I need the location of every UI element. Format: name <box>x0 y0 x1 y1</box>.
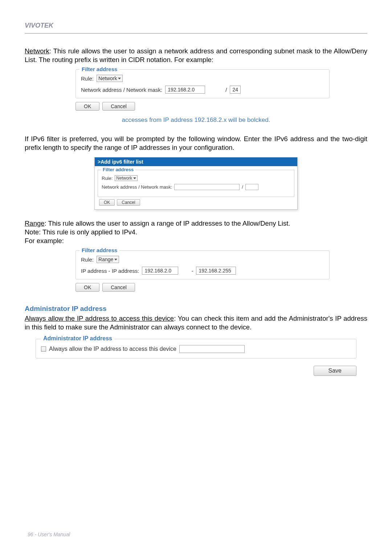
ipv6-cancel-button[interactable]: Cancel <box>117 199 140 206</box>
ipv6-rule-label: Rule: <box>102 176 113 181</box>
network-rest: : This rule allows the user to assign a … <box>25 47 367 63</box>
figure-range-filter: Filter address Rule: Range IP address - … <box>75 250 367 279</box>
ipv6-rule-select[interactable]: Network <box>115 175 138 181</box>
cancel-button[interactable]: Cancel <box>102 102 135 111</box>
ipv6-filter-legend: Filter address <box>101 167 135 172</box>
figure1-caption: accesses from IP address 192.168.2.x wil… <box>25 116 367 124</box>
filter-address-fieldset: Filter address Rule: Network Network add… <box>75 69 330 98</box>
admin-ip-input[interactable] <box>179 345 245 353</box>
always-allow-label: Always allow the IP address to access th… <box>49 346 176 352</box>
chevron-down-icon <box>118 78 121 79</box>
rule-label: Rule: <box>81 75 94 82</box>
admin-ip-legend: Administrator IP address <box>41 335 114 342</box>
ip-range-label: IP address - IP address: <box>81 268 139 274</box>
range-filter-fieldset: Filter address Rule: Range IP address - … <box>75 250 330 279</box>
range-note: Note: This rule is only applied to IPv4. <box>25 228 367 237</box>
ipv6-buttons: OK Cancel <box>99 199 297 206</box>
range-rule-value: Range <box>98 257 113 262</box>
admin-paragraph: Always allow the IP address to access th… <box>25 314 367 332</box>
ipv6-ok-button[interactable]: OK <box>99 199 115 206</box>
slash-separator: / <box>225 87 227 93</box>
admin-ip-fieldset: Administrator IP address Always allow th… <box>36 339 356 358</box>
brand-header: VIVOTEK <box>25 22 367 33</box>
admin-lead: Always allow the IP address to access th… <box>25 315 174 322</box>
paragraph-ipv6: If IPv6 filter is preferred, you will be… <box>25 135 367 152</box>
ipv6-address-input[interactable] <box>174 184 240 190</box>
ipv6-filter-fieldset: Filter address Rule: Network Network add… <box>98 170 294 197</box>
figure3-buttons: OK Cancel <box>75 283 367 292</box>
ok-button[interactable]: OK <box>75 102 99 111</box>
network-address-input[interactable]: 192.168.2.0 <box>165 86 205 94</box>
figure1-buttons: OK Cancel <box>75 102 367 111</box>
ipv6-filter-window: >Add ipv6 filter list Filter address Rul… <box>94 157 298 210</box>
always-allow-checkbox[interactable] <box>41 346 46 352</box>
filter-address-legend: Filter address <box>79 66 119 72</box>
ipv6-slash: / <box>242 184 243 190</box>
network-lead: Network <box>25 47 49 55</box>
range-lead: Range <box>25 219 45 227</box>
dash-separator: - <box>191 268 193 274</box>
network-address-label: Network address / Network mask: <box>81 87 162 93</box>
page-footer: 96 - User's Manual <box>28 532 70 537</box>
ip-start-input[interactable]: 192.168.2.0 <box>142 267 178 275</box>
range-example: For example: <box>25 237 367 245</box>
figure-network-filter: Filter address Rule: Network Network add… <box>75 69 367 98</box>
network-mask-input[interactable]: 24 <box>230 86 241 94</box>
paragraph-network: Network: This rule allows the user to as… <box>25 47 367 64</box>
ipv6-address-label: Network address / Network mask: <box>102 184 172 190</box>
range-cancel-button[interactable]: Cancel <box>102 283 135 292</box>
range-rule-label: Rule: <box>81 257 94 263</box>
admin-ip-figure: Administrator IP address Always allow th… <box>36 339 356 376</box>
chevron-down-icon <box>133 177 136 179</box>
header-rule <box>25 33 367 34</box>
ipv6-rule-value: Network <box>116 176 132 181</box>
ip-end-input[interactable]: 192.168.2.255 <box>196 267 236 275</box>
range-rule-select[interactable]: Range <box>97 256 119 263</box>
rule-select[interactable]: Network <box>97 75 123 82</box>
ipv6-window-title: >Add ipv6 filter list <box>95 157 297 166</box>
save-button[interactable]: Save <box>314 366 356 376</box>
range-filter-legend: Filter address <box>79 247 119 253</box>
admin-section-heading: Administrator IP address <box>25 305 367 313</box>
chevron-down-icon <box>114 259 117 260</box>
ipv6-prefix-input[interactable] <box>245 184 258 190</box>
paragraph-range: Range: This rule allows the user to assi… <box>25 219 367 228</box>
range-rest: : This rule allows the user to assign a … <box>45 219 290 227</box>
range-ok-button[interactable]: OK <box>75 283 99 292</box>
rule-select-value: Network <box>98 75 117 81</box>
